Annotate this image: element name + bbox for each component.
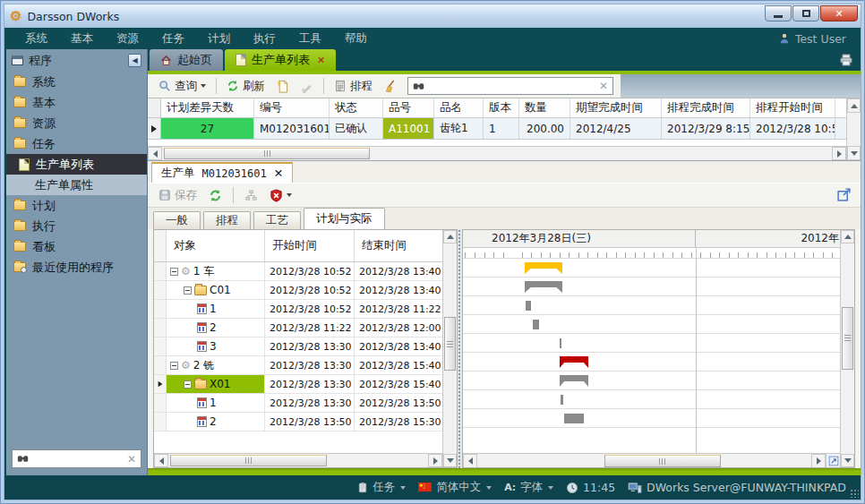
tree-column-header-1[interactable]: 对象 [167, 230, 265, 261]
sidebar-item-1[interactable]: 系统 [6, 72, 147, 92]
clear-button[interactable] [380, 78, 400, 95]
status-caret-icon[interactable] [486, 486, 492, 490]
subtab-3[interactable]: 工艺 [253, 211, 301, 229]
gantt-row-8[interactable] [463, 390, 840, 409]
tree-column-header-3[interactable]: 结束时间 [355, 230, 444, 261]
grid-column-header-6[interactable]: 版本 [484, 98, 519, 117]
new-button[interactable] [272, 78, 293, 95]
refresh-button[interactable]: 刷新 [223, 77, 269, 96]
status-caret-icon[interactable] [548, 486, 553, 490]
subtab-2[interactable]: 排程 [203, 211, 251, 229]
scroll-right-icon[interactable] [832, 147, 846, 160]
scroll-down-icon[interactable] [443, 454, 457, 467]
sidebar-item-10[interactable]: 最近使用的程序 [6, 257, 147, 278]
tree-horizontal-scrollbar[interactable] [154, 453, 442, 467]
scroll-up-icon[interactable] [841, 230, 854, 243]
status-item-4[interactable]: 11:45 [566, 481, 615, 494]
gantt-bar-8[interactable] [561, 395, 563, 405]
gantt-row-3[interactable] [463, 296, 840, 315]
save-button[interactable]: 保存 [155, 186, 201, 205]
query-button[interactable]: 查询 [155, 77, 210, 96]
menu-item-6[interactable]: 执行 [242, 28, 287, 49]
sidebar-item-7[interactable]: 计划 [6, 195, 147, 216]
gantt-row-4[interactable] [463, 315, 840, 334]
tree-row-9[interactable]: 22012/3/28 13:502012/3/28 15:30 [154, 413, 442, 431]
maximize-button[interactable] [792, 5, 819, 21]
gantt-bar-3[interactable] [526, 301, 531, 311]
gantt-row-1[interactable] [463, 259, 840, 278]
subtab-1[interactable]: 一般 [153, 211, 201, 229]
tab-2[interactable]: 生产单列表✕ [225, 49, 336, 71]
gantt-row-6[interactable] [463, 353, 840, 372]
sidebar-item-3[interactable]: 资源 [6, 113, 147, 133]
close-button[interactable]: ✕ [820, 5, 858, 21]
expand-collapse-icon[interactable] [170, 362, 178, 370]
tree-row-8[interactable]: 12012/3/28 13:302012/3/28 13:50 [154, 394, 442, 413]
gantt-bar-4[interactable] [533, 320, 539, 329]
grid-column-header-9[interactable]: 排程完成时间 [662, 98, 750, 117]
tab-1[interactable]: 起始页 [150, 49, 223, 71]
sidebar-collapse-button[interactable]: ◀ [128, 54, 141, 67]
menu-item-7[interactable]: 工具 [287, 28, 333, 49]
sidebar-item-4[interactable]: 任务 [6, 133, 147, 154]
grid-column-header-5[interactable]: 品名 [434, 98, 484, 117]
tree-row-7[interactable]: X012012/3/28 13:302012/3/28 15:40 [154, 375, 442, 394]
status-item-3[interactable]: A:字体 [504, 480, 553, 495]
sidebar-search-clear-icon[interactable]: ✕ [127, 453, 136, 466]
gantt-bar-1[interactable] [525, 262, 562, 274]
menu-item-8[interactable]: 帮助 [333, 28, 379, 49]
gantt-bar-2[interactable] [525, 281, 562, 293]
grid-horizontal-scrollbar[interactable] [148, 146, 846, 160]
tree-vertical-scrollbar[interactable] [442, 230, 457, 467]
resize-grip[interactable] [850, 489, 859, 498]
sidebar-item-6[interactable]: 生产单属性 [6, 175, 147, 195]
grid-search-clear-icon[interactable]: ✕ [599, 80, 608, 92]
gantt-row-2[interactable] [463, 278, 840, 296]
open-external-icon[interactable] [836, 187, 852, 202]
edit-button[interactable] [296, 78, 317, 95]
tree-row-4[interactable]: 22012/3/28 11:222012/3/28 12:00 [154, 319, 442, 337]
gantt-popout-icon[interactable] [826, 454, 840, 467]
expand-collapse-icon[interactable] [184, 286, 192, 295]
tree-row-6[interactable]: ⚙2 铣2012/3/28 13:302012/3/28 15:40 [154, 356, 442, 375]
sidebar-item-8[interactable]: 执行 [6, 216, 147, 236]
scroll-up-icon[interactable] [443, 230, 457, 243]
menu-item-3[interactable]: 资源 [105, 28, 150, 49]
grid-column-header-2[interactable]: 编号 [254, 98, 330, 117]
grid-column-header-1[interactable]: 计划差异天数 [161, 98, 254, 117]
tree-row-1[interactable]: ⚙1 车2012/3/28 10:522012/3/28 13:40 [154, 262, 442, 281]
grid-search-box[interactable]: ✕ [407, 77, 613, 95]
gantt-bar-6[interactable] [560, 356, 588, 368]
status-item-1[interactable]: 任务 [357, 480, 406, 495]
sidebar-item-2[interactable]: 基本 [6, 92, 147, 113]
routing-button[interactable] [241, 187, 261, 204]
printer-icon[interactable] [839, 53, 853, 67]
status-item-5[interactable]: DWorks Server@FUNWAY-THINKPAD [628, 481, 846, 494]
schedule-button[interactable]: 排程 [330, 77, 376, 96]
scroll-left-icon[interactable] [154, 454, 168, 467]
status-item-2[interactable]: 简体中文 [418, 480, 492, 495]
scroll-left-icon[interactable] [463, 454, 477, 467]
menu-item-5[interactable]: 计划 [196, 28, 242, 49]
grid-column-header-10[interactable]: 排程开始时间 [750, 98, 835, 117]
tree-row-5[interactable]: 32012/3/28 13:302012/3/28 13:40 [154, 337, 442, 356]
scroll-up-icon[interactable] [847, 98, 861, 113]
gantt-horizontal-scrollbar[interactable] [463, 454, 826, 467]
current-user[interactable]: Test User [778, 32, 852, 46]
grid-column-header-4[interactable]: 品号 [383, 98, 434, 117]
menu-item-1[interactable]: 系统 [13, 28, 59, 49]
scroll-down-icon[interactable] [841, 454, 854, 467]
gantt-bar-9[interactable] [564, 414, 584, 423]
expand-collapse-icon[interactable] [170, 268, 178, 276]
gantt-row-9[interactable] [463, 409, 840, 428]
tree-column-header-2[interactable]: 开始时间 [265, 230, 355, 261]
validate-button[interactable] [266, 187, 295, 204]
tree-row-2[interactable]: C012012/3/28 10:522012/3/28 13:40 [154, 281, 442, 300]
scroll-right-icon[interactable] [811, 454, 826, 467]
grid-column-header-7[interactable]: 数量 [519, 98, 570, 117]
order-tab-close-icon[interactable]: ✕ [274, 167, 283, 180]
sidebar-search-box[interactable]: ✕ [12, 449, 141, 468]
menu-item-2[interactable]: 基本 [59, 28, 105, 49]
tab-close-icon[interactable]: ✕ [317, 55, 325, 66]
gantt-bar-7[interactable] [560, 375, 588, 387]
